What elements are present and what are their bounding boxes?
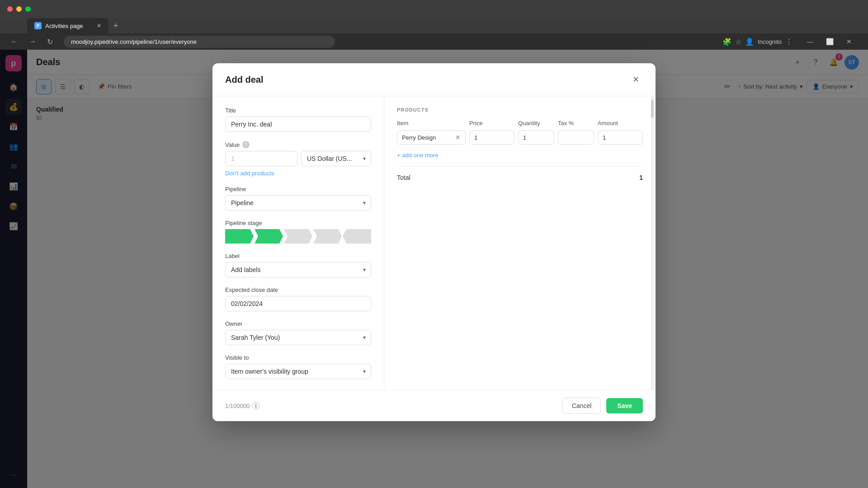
product-clear-btn[interactable]: ✕ [455,134,461,141]
col-quantity-header: Quantity [518,120,554,127]
browser-toolbar: ← → ↻ 🧩 ☆ 👤 Incognito ⋮ — ⬜ ✕ [0,33,868,50]
currency-select[interactable]: US Dollar (US... [301,151,371,166]
profile-icon: 👤 [745,38,754,46]
tab-title: Activities page [45,23,83,29]
cancel-button[interactable]: Cancel [562,398,601,414]
menu-icon: ⋮ [785,38,793,46]
title-input[interactable] [225,117,371,132]
new-tab-btn[interactable]: + [108,18,123,33]
visible-to-label: Visible to [225,354,371,361]
value-row: US Dollar (US... [225,151,371,166]
modal-footer: 1/100000 ℹ Cancel Save [212,390,656,421]
value-help-icon[interactable]: ? [242,141,250,148]
modal-header: Add deal ✕ [212,63,656,96]
close-window-btn[interactable]: ✕ [843,36,855,47]
close-date-field-group: Expected close date [225,286,371,311]
stage-3[interactable] [284,229,312,244]
products-table-header: Item Price Quantity Tax % Amount [397,120,643,127]
win-minimize-btn[interactable] [16,6,22,12]
back-btn[interactable]: ← [7,36,22,47]
owner-select[interactable]: Sarah Tyler (You) [225,330,371,345]
forward-btn[interactable]: → [25,36,40,47]
pipeline-field-group: Pipeline Pipeline [225,186,371,211]
active-tab[interactable]: P Activities page ✕ [27,18,108,33]
col-price-header: Price [469,120,514,127]
new-tab-icon: + [113,21,118,31]
win-close-btn[interactable] [7,6,13,12]
stage-4[interactable] [313,229,342,244]
tab-favicon: P [34,22,42,29]
browser-actions: 🧩 ☆ 👤 Incognito ⋮ [722,38,793,46]
label-select[interactable]: Add labels [225,262,371,277]
modal-body: Title Value ? US Dollar (US... [212,96,656,390]
product-name: Perry Design [402,134,436,141]
product-item-field: Perry Design ✕ [397,130,466,145]
quantity-input[interactable] [518,131,554,145]
visible-to-select[interactable]: Item owner's visibility group [225,364,371,379]
label-label: Label [225,253,371,259]
modal-right-panel: PRODUCTS Item Price Quantity Tax % Amoun… [384,96,656,390]
label-field-group: Label Add labels [225,253,371,277]
browser-tabs: P Activities page ✕ + [0,18,868,33]
char-count: 1/100000 ℹ [225,402,259,409]
total-value: 1 [639,174,643,181]
owner-label: Owner [225,320,371,327]
products-table: Item Price Quantity Tax % Amount Perry D… [397,120,643,145]
col-tax-header: Tax % [558,120,594,127]
close-date-input[interactable] [225,296,371,311]
owner-select-wrapper: Sarah Tyler (You) [225,330,371,345]
scroll-track [651,96,654,390]
win-maximize-btn[interactable] [25,6,31,12]
pipeline-select-wrapper: Pipeline [225,195,371,211]
pipeline-label: Pipeline [225,186,371,192]
visible-to-field-group: Visible to Item owner's visibility group [225,354,371,379]
modal-backdrop: Add deal ✕ Title Value ? [0,50,868,488]
label-select-wrapper: Add labels [225,262,371,277]
window-controls-right[interactable]: — ⬜ ✕ [803,36,855,47]
stage-1[interactable] [225,229,254,244]
scroll-thumb[interactable] [651,100,654,118]
title-label: Title [225,107,371,114]
pipeline-stages [225,229,371,244]
pipeline-stage-group: Pipeline stage [225,220,371,244]
stage-2[interactable] [255,229,283,244]
incognito-label: Incognito [758,38,782,45]
add-one-more-link[interactable]: + add one more [397,152,438,159]
save-button[interactable]: Save [606,398,643,413]
stage-5[interactable] [343,229,371,244]
dont-add-products-link[interactable]: Don't add products [225,170,371,177]
browser-window-controls [0,0,868,18]
price-input[interactable] [469,131,514,145]
owner-field-group: Owner Sarah Tyler (You) [225,320,371,345]
total-row: Total 1 [397,166,643,181]
tab-close-btn[interactable]: ✕ [97,23,101,29]
value-label: Value ? [225,141,371,148]
char-count-info-icon: ℹ [252,402,259,409]
title-field-group: Title [225,107,371,132]
close-date-label: Expected close date [225,286,371,293]
currency-select-wrapper: US Dollar (US... [301,151,371,166]
value-field-group: Value ? US Dollar (US... Don't add produ… [225,141,371,177]
visible-to-select-wrapper: Item owner's visibility group [225,364,371,379]
minimize-window-btn[interactable]: — [803,36,817,47]
extensions-icon: 🧩 [722,38,731,46]
total-label: Total [397,174,410,181]
url-bar[interactable] [64,36,335,48]
char-count-value: 1/100000 [225,403,250,409]
pipeline-select[interactable]: Pipeline [225,195,371,211]
bookmark-icon: ☆ [735,38,741,46]
modal-title: Add deal [225,75,263,85]
tax-input[interactable] [558,131,594,145]
col-item-header: Item [397,120,466,127]
modal-close-btn[interactable]: ✕ [628,72,643,87]
browser-chrome: P Activities page ✕ + ← → ↻ 🧩 ☆ 👤 Incogn… [0,18,868,50]
amount-input[interactable] [598,131,643,145]
window-controls[interactable] [7,6,31,12]
col-amount-header: Amount [598,120,643,127]
pipeline-stage-label: Pipeline stage [225,220,371,226]
refresh-btn[interactable]: ↻ [43,36,57,48]
value-input[interactable] [225,151,297,166]
add-deal-modal: Add deal ✕ Title Value ? [212,63,656,421]
products-header: PRODUCTS [397,107,643,113]
maximize-window-btn[interactable]: ⬜ [822,36,837,47]
